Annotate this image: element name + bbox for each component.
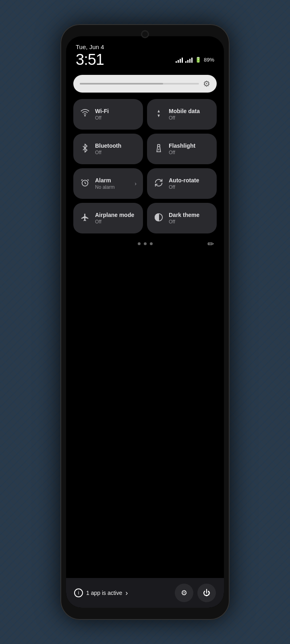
alarm-chevron: › [135,180,137,187]
dark-theme-label: Dark theme [169,212,199,218]
info-icon: i [74,588,83,597]
airplane-icon [80,213,90,224]
dot-1 [138,242,141,245]
flashlight-status: Off [169,150,195,155]
camera-notch [142,31,148,37]
mobile-data-label: Mobile data [169,108,200,114]
brightness-fill [80,83,163,85]
airplane-label: Airplane mode [95,212,134,218]
edit-button[interactable]: ✏ [207,239,214,249]
dot-2 [144,242,147,245]
bottom-bar: i 1 app is active › ⚙ ⏻ [66,578,224,608]
phone-frame: Tue, Jun 4 3:51 🔋 [60,24,230,620]
wifi-label: Wi-Fi [95,108,109,114]
airplane-status: Off [95,219,134,225]
signal-icon-2 [185,57,193,63]
auto-rotate-status: Off [169,184,199,190]
app-active-info[interactable]: i 1 app is active › [74,588,171,597]
status-date: Tue, Jun 4 [76,43,214,50]
wifi-status: Off [95,115,109,121]
quick-settings-grid: Wi-Fi Off Mobile data Off [66,96,224,237]
bluetooth-text: Bluetooth Off [95,142,121,155]
power-button[interactable]: ⏻ [197,584,216,602]
page-dots [138,242,153,245]
status-icons: 🔋 89% [176,57,214,63]
airplane-text: Airplane mode Off [95,212,134,225]
auto-rotate-text: Auto-rotate Off [169,177,199,190]
brightness-slider[interactable]: ⚙ [73,75,217,93]
dark-theme-status: Off [169,219,199,225]
alarm-label: Alarm [95,177,115,184]
flashlight-label: Flashlight [169,142,195,149]
tile-airplane[interactable]: Airplane mode Off [73,203,143,233]
battery-icon: 🔋 [195,57,201,63]
settings-button[interactable]: ⚙ [175,584,193,602]
alarm-status: No alarm [95,184,115,190]
alarm-icon [80,178,90,189]
svg-rect-1 [157,144,160,147]
qs-navigation: ✏ [66,237,224,251]
mobile-data-text: Mobile data Off [169,108,200,121]
tile-mobile-data[interactable]: Mobile data Off [147,99,217,130]
mobile-data-icon [153,109,164,120]
tile-flashlight[interactable]: Flashlight Off [147,134,217,164]
tile-bluetooth[interactable]: Bluetooth Off [73,134,143,164]
status-row: 3:51 🔋 89% [76,51,214,68]
tile-wifi[interactable]: Wi-Fi Off [73,99,143,130]
bluetooth-label: Bluetooth [95,142,121,149]
alarm-text: Alarm No alarm [95,177,115,190]
tile-dark-theme[interactable]: Dark theme Off [147,203,217,233]
signal-icon [176,57,183,63]
wifi-icon [80,109,90,120]
screen: Tue, Jun 4 3:51 🔋 [66,36,224,608]
mobile-data-status: Off [169,115,200,121]
power-icon: ⏻ [203,589,210,597]
tile-auto-rotate[interactable]: Auto-rotate Off [147,168,217,199]
empty-area [66,251,224,578]
flashlight-text: Flashlight Off [169,142,195,155]
dot-3 [150,242,153,245]
auto-rotate-label: Auto-rotate [169,177,199,184]
tile-alarm[interactable]: Alarm No alarm › [73,168,143,199]
status-time: 3:51 [76,51,104,68]
auto-rotate-icon [153,178,164,189]
dark-theme-text: Dark theme Off [169,212,199,225]
app-active-text: 1 app is active [86,590,122,596]
brightness-icon: ⚙ [203,79,210,89]
svg-point-0 [85,115,85,116]
settings-icon: ⚙ [181,588,187,597]
battery-percent: 89% [204,57,214,63]
bluetooth-icon [80,144,90,155]
status-bar: Tue, Jun 4 3:51 🔋 [66,36,224,71]
brightness-track [80,83,199,85]
app-active-chevron: › [126,589,128,597]
bluetooth-status: Off [95,150,121,155]
dark-theme-icon [153,213,164,224]
wifi-text: Wi-Fi Off [95,108,109,121]
flashlight-icon [153,144,164,155]
